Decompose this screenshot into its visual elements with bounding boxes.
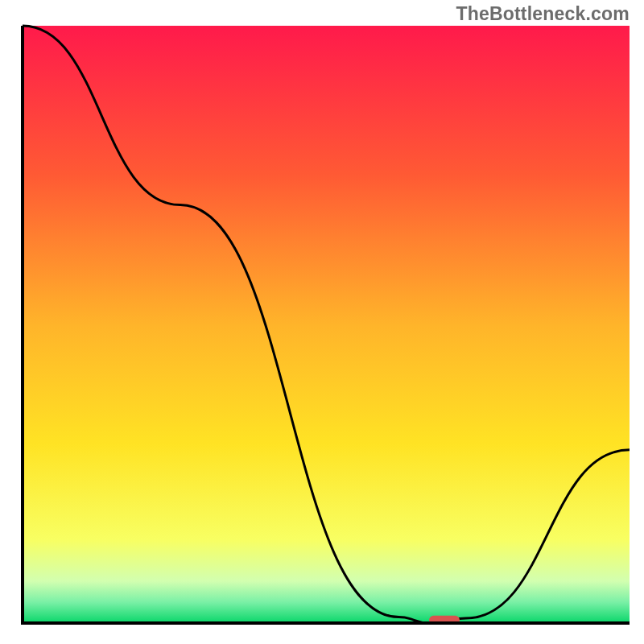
chart-container: TheBottleneck.com bbox=[0, 0, 644, 644]
bottleneck-chart bbox=[0, 0, 644, 644]
watermark-text: TheBottleneck.com bbox=[456, 3, 630, 25]
